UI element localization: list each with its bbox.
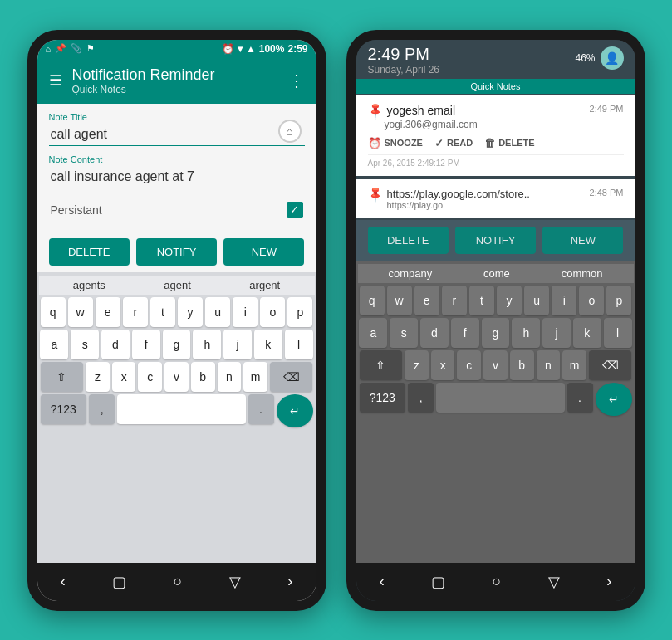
key2-period[interactable]: . <box>567 383 593 413</box>
key-shift[interactable]: ⇧ <box>41 362 84 392</box>
key2-space[interactable] <box>436 383 565 413</box>
key-delete[interactable]: ⌫ <box>270 362 313 392</box>
key-enter[interactable]: ↵ <box>277 394 313 427</box>
key-i[interactable]: i <box>233 297 258 327</box>
key-comma[interactable]: , <box>89 394 115 424</box>
key2-l[interactable]: l <box>604 318 632 348</box>
key-u[interactable]: u <box>205 297 230 327</box>
suggestion-1[interactable]: agents <box>73 279 105 291</box>
key2-t[interactable]: t <box>469 286 494 315</box>
key-r[interactable]: r <box>123 297 148 327</box>
key2-v[interactable]: v <box>483 350 508 380</box>
key2-r[interactable]: r <box>442 286 467 315</box>
key-b[interactable]: b <box>191 362 215 392</box>
key2-s[interactable]: s <box>390 318 418 348</box>
new-button-2[interactable]: New <box>542 227 623 254</box>
more-button[interactable]: ⋮ <box>288 71 305 90</box>
key-p[interactable]: p <box>287 297 312 327</box>
key-l[interactable]: l <box>285 330 313 359</box>
key2-c[interactable]: c <box>457 350 481 380</box>
nav2-recents[interactable]: ○ <box>484 569 510 594</box>
key-q[interactable]: q <box>41 297 66 327</box>
nav2-forward[interactable]: › <box>598 569 620 594</box>
key2-n[interactable]: n <box>537 350 561 380</box>
key2-y[interactable]: y <box>497 286 522 315</box>
key-h[interactable]: h <box>193 330 221 359</box>
delete-notif-button[interactable]: 🗑 DELETE <box>484 137 534 149</box>
key2-u[interactable]: u <box>524 286 549 315</box>
persistent-checkbox[interactable]: ✓ <box>287 202 303 218</box>
new-button[interactable]: New <box>223 238 304 266</box>
key-a[interactable]: a <box>40 330 68 359</box>
key-c[interactable]: c <box>138 362 162 392</box>
key2-j[interactable]: j <box>542 318 571 348</box>
key2-enter[interactable]: ↵ <box>596 383 632 416</box>
key-w[interactable]: w <box>68 297 93 327</box>
key2-p[interactable]: p <box>606 286 631 315</box>
key2-f[interactable]: f <box>451 318 479 348</box>
key-m[interactable]: m <box>243 362 267 392</box>
suggestion-2-1[interactable]: company <box>388 267 432 280</box>
key-v[interactable]: v <box>164 362 189 392</box>
key2-w[interactable]: w <box>387 286 412 315</box>
snooze-button[interactable]: ⏰ SNOOZE <box>368 137 423 149</box>
key2-m[interactable]: m <box>562 350 586 380</box>
key-o[interactable]: o <box>260 297 285 327</box>
suggestion-3[interactable]: argent <box>249 279 280 291</box>
key2-shift[interactable]: ⇧ <box>360 350 403 380</box>
key-s[interactable]: s <box>71 330 99 359</box>
key-y[interactable]: y <box>178 297 203 327</box>
note-title-input[interactable] <box>49 124 305 146</box>
key2-h[interactable]: h <box>512 318 540 348</box>
key2-comma[interactable]: , <box>408 383 434 413</box>
key2-x[interactable]: x <box>431 350 455 380</box>
nav-back[interactable]: ‹ <box>52 569 74 594</box>
key2-e[interactable]: e <box>414 286 439 315</box>
key-period[interactable]: . <box>248 394 274 424</box>
key2-a[interactable]: a <box>359 318 387 348</box>
key-z[interactable]: z <box>86 362 110 392</box>
key2-k[interactable]: k <box>573 318 601 348</box>
notify-button[interactable]: Notify <box>136 238 217 266</box>
nav-bar-2: ‹ ▢ ○ ▽ › <box>356 563 635 601</box>
key2-z[interactable]: z <box>405 350 429 380</box>
key2-b[interactable]: b <box>510 350 534 380</box>
nav-down[interactable]: ▽ <box>221 569 249 594</box>
key2-d[interactable]: d <box>420 318 449 348</box>
key2-delete[interactable]: ⌫ <box>589 350 632 380</box>
key-j[interactable]: j <box>223 330 252 359</box>
key-x[interactable]: x <box>112 362 136 392</box>
suggestion-2-3[interactable]: common <box>562 267 603 280</box>
nav-home[interactable]: ▢ <box>104 569 135 594</box>
key-d[interactable]: d <box>101 330 130 359</box>
delete-button[interactable]: Delete <box>49 238 130 266</box>
note-content-input[interactable] <box>49 166 305 188</box>
home-icon-button[interactable]: ⌂ <box>278 120 302 143</box>
key-symbols[interactable]: ?123 <box>41 394 87 424</box>
delete-button-2[interactable]: Delete <box>368 227 449 254</box>
read-button[interactable]: ✓ READ <box>434 137 473 149</box>
notify-button-2[interactable]: Notify <box>455 227 536 254</box>
key2-i[interactable]: i <box>552 286 576 315</box>
key-g[interactable]: g <box>163 330 191 359</box>
suggestion-2-2[interactable]: come <box>483 267 510 280</box>
key2-q[interactable]: q <box>360 286 385 315</box>
hamburger-button[interactable]: ☰ <box>49 71 62 90</box>
nav-recents[interactable]: ○ <box>165 569 191 594</box>
key2-g[interactable]: g <box>482 318 510 348</box>
key2-o[interactable]: o <box>579 286 604 315</box>
key-k[interactable]: k <box>254 330 282 359</box>
notif-time-bar: 2:49 PM Sunday, April 26 46% 👤 <box>356 40 635 79</box>
suggestion-2[interactable]: agent <box>164 279 191 291</box>
key-n[interactable]: n <box>218 362 242 392</box>
nav2-home[interactable]: ▢ <box>423 569 454 594</box>
key-f[interactable]: f <box>132 330 160 359</box>
key2-symbols[interactable]: ?123 <box>360 383 406 413</box>
nav2-back[interactable]: ‹ <box>371 569 393 594</box>
key-e[interactable]: e <box>96 297 120 327</box>
nav-forward[interactable]: › <box>279 569 301 594</box>
app-subtitle: Quick Notes <box>72 84 278 95</box>
key-space[interactable] <box>117 394 246 424</box>
key-t[interactable]: t <box>150 297 175 327</box>
nav2-down[interactable]: ▽ <box>540 569 568 594</box>
